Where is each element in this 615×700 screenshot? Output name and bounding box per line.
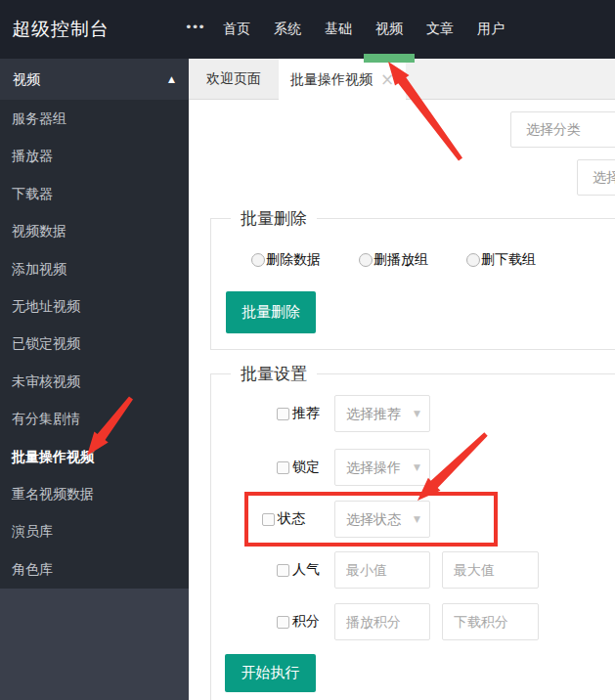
caret-down-icon: ▼: [414, 396, 420, 431]
batch-delete-section: 批量删除 删除数据 删播放组 删下载组 批量删除: [210, 218, 615, 350]
category-select-placeholder: 选择分类: [511, 112, 615, 147]
content-panel: 选择分类 选择 批量删除 删除数据 删播放组 删下载组: [189, 100, 615, 700]
nav-item-label: 系统: [274, 21, 301, 36]
caret-down-icon: ▼: [414, 502, 420, 537]
checkbox-icon[interactable]: [262, 513, 275, 526]
settings-row: 状态 选择状态 ▼: [211, 501, 615, 538]
nav-item[interactable]: 文章: [415, 0, 465, 59]
nav-item[interactable]: 基础: [313, 0, 364, 59]
tab-close-icon[interactable]: ×: [380, 71, 394, 88]
sidebar-item[interactable]: 有分集剧情: [0, 400, 189, 437]
settings-row-label: 状态: [278, 510, 305, 528]
checkbox-icon[interactable]: [277, 461, 289, 474]
sidebar-item-label: 有分集剧情: [12, 411, 80, 426]
sidebar-item-label: 下载器: [12, 186, 53, 201]
sidebar-item-label: 已锁定视频: [12, 335, 80, 351]
sidebar-menu: 服务器组 播放器 下载器 视频数据 添加视频 无地址视频 已锁定视频 未审核视频…: [0, 100, 189, 589]
top-navbar: 超级控制台 ••• 首页 系统 基础 视频 文章 用户: [0, 0, 615, 59]
checkbox-icon[interactable]: [277, 564, 289, 577]
sidebar-item-label: 视频数据: [12, 223, 66, 239]
sidebar-item-label: 无地址视频: [12, 298, 80, 314]
radio-icon[interactable]: [359, 253, 373, 267]
sidebar-item-label: 服务器组: [12, 110, 66, 126]
settings-row-select[interactable]: 选择状态 ▼: [334, 501, 430, 538]
settings-checkbox-group[interactable]: 积分: [277, 613, 320, 631]
sidebar-item-label: 角色库: [12, 561, 53, 577]
batch-delete-options: 删除数据 删播放组 删下载组: [251, 251, 574, 269]
checkbox-icon[interactable]: [277, 408, 289, 420]
sidebar-item[interactable]: 重名视频数据: [0, 475, 189, 512]
sidebar-item[interactable]: 视频数据: [0, 212, 189, 249]
main-area: 欢迎页面 批量操作视频 × 选择分类 选择 批量删除 删除数据: [189, 59, 615, 700]
tab[interactable]: 批量操作视频 ×: [279, 59, 406, 100]
sidebar-group-video[interactable]: 视频 ▲: [0, 59, 189, 100]
sidebar-item[interactable]: 服务器组: [0, 100, 189, 137]
radio-label: 删除数据: [266, 251, 321, 269]
sidebar-item[interactable]: 已锁定视频: [0, 325, 189, 362]
settings-row-select[interactable]: 选择操作 ▼: [334, 449, 430, 486]
settings-row-label: 积分: [292, 613, 320, 631]
sidebar-item-label: 添加视频: [12, 261, 66, 277]
settings-checkbox-group[interactable]: 人气: [277, 561, 320, 579]
execute-button[interactable]: 开始执行: [225, 654, 316, 692]
sidebar-item-label: 未审核视频: [12, 373, 80, 389]
sidebar-group-label: 视频: [13, 71, 40, 87]
nav-item[interactable]: 用户: [465, 0, 516, 59]
radio-icon[interactable]: [251, 253, 265, 267]
nav-item[interactable]: 首页: [211, 0, 262, 59]
radio-option[interactable]: 删播放组: [359, 251, 433, 269]
batch-delete-button[interactable]: 批量删除: [226, 291, 316, 333]
radio-label: 删下载组: [481, 251, 536, 269]
checkbox-icon[interactable]: [277, 616, 289, 629]
nav-item[interactable]: 系统: [262, 0, 313, 59]
secondary-select-placeholder: 选择: [578, 160, 615, 195]
nav-item-label: 首页: [223, 21, 250, 36]
settings-input-first[interactable]: [334, 603, 430, 640]
batch-settings-legend: 批量设置: [231, 363, 317, 385]
more-menu-icon[interactable]: •••: [185, 0, 204, 55]
sidebar-item-label: 播放器: [12, 148, 53, 163]
settings-input-first[interactable]: [334, 551, 430, 589]
sidebar-item[interactable]: 无地址视频: [0, 287, 189, 325]
nav-item-label: 视频: [375, 21, 403, 36]
tab-bar: 欢迎页面 批量操作视频 ×: [189, 59, 615, 100]
settings-row-select[interactable]: 选择推荐 ▼: [334, 395, 430, 432]
sidebar-item-label: 重名视频数据: [12, 486, 94, 502]
nav-item-label: 用户: [477, 21, 505, 36]
batch-delete-legend: 批量删除: [231, 207, 317, 230]
radio-option[interactable]: 删下载组: [466, 251, 541, 269]
secondary-select[interactable]: 选择: [577, 159, 615, 196]
radio-option[interactable]: 删除数据: [251, 251, 326, 269]
settings-checkbox-group[interactable]: 状态: [262, 510, 305, 528]
tab[interactable]: 欢迎页面: [189, 59, 279, 99]
sidebar-item-label: 批量操作视频: [12, 449, 94, 464]
tab-label: 欢迎页面: [206, 59, 261, 99]
top-nav-menu: 首页 系统 基础 视频 文章 用户: [211, 0, 516, 59]
caret-down-icon: ▼: [414, 450, 420, 485]
sidebar-item[interactable]: 播放器: [0, 137, 189, 174]
radio-icon[interactable]: [466, 253, 480, 267]
sidebar: 视频 ▲ 服务器组 播放器 下载器 视频数据 添加视频 无地址视频 已锁定视频 …: [0, 59, 189, 700]
sidebar-item[interactable]: 下载器: [0, 175, 189, 212]
sidebar-item[interactable]: 角色库: [0, 550, 189, 588]
settings-input-second[interactable]: [442, 551, 539, 589]
nav-item[interactable]: 视频: [364, 0, 415, 59]
settings-row-label: 推荐: [292, 405, 320, 422]
settings-row: 锁定 选择操作 ▼: [211, 449, 615, 486]
sidebar-item[interactable]: 演员库: [0, 512, 189, 549]
sidebar-item[interactable]: 添加视频: [0, 250, 189, 287]
app-title: 超级控制台: [12, 0, 110, 57]
settings-row: 推荐 选择推荐 ▼: [211, 395, 615, 432]
tab-label: 批量操作视频: [290, 60, 373, 100]
settings-checkbox-group[interactable]: 锁定: [277, 459, 320, 476]
sidebar-item-label: 演员库: [12, 523, 53, 539]
collapse-arrow-icon[interactable]: ▲: [168, 59, 175, 100]
category-select[interactable]: 选择分类: [510, 111, 615, 148]
settings-input-second[interactable]: [442, 603, 539, 640]
settings-row-label: 人气: [292, 561, 320, 579]
sidebar-item[interactable]: 批量操作视频: [0, 438, 189, 475]
settings-row: 人气: [211, 551, 615, 589]
settings-checkbox-group[interactable]: 推荐: [277, 405, 320, 422]
nav-item-label: 文章: [426, 21, 454, 36]
sidebar-item[interactable]: 未审核视频: [0, 363, 189, 400]
